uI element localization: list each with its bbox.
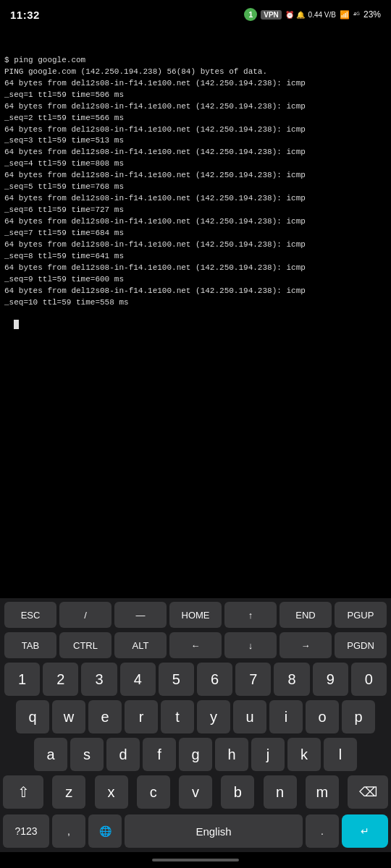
key-dash[interactable]: — (114, 602, 167, 628)
terminal-output[interactable]: $ ping google.com PING google.com (142.2… (0, 29, 391, 598)
key-period[interactable]: . (306, 814, 339, 848)
key-home[interactable]: HOME (169, 602, 222, 628)
data-speed: 0.44 V/B (308, 11, 336, 19)
nav-indicator (152, 859, 239, 861)
key-5[interactable]: 5 (159, 663, 194, 696)
key-3[interactable]: 3 (81, 663, 117, 696)
key-p[interactable]: p (342, 700, 375, 733)
key-e[interactable]: e (88, 700, 122, 733)
key-y[interactable]: y (197, 700, 230, 733)
key-j[interactable]: j (251, 738, 285, 771)
key-7[interactable]: 7 (235, 663, 271, 696)
key-comma[interactable]: , (52, 814, 85, 848)
key-d[interactable]: d (106, 738, 140, 771)
key-4[interactable]: 4 (120, 663, 156, 696)
vpn-badge: VPN (261, 10, 282, 20)
key-enter[interactable]: ↵ (342, 814, 388, 848)
key-pgup[interactable]: PGUP (335, 602, 387, 628)
key-i[interactable]: i (269, 700, 303, 733)
key-t[interactable]: t (161, 700, 194, 733)
key-v[interactable]: v (179, 775, 212, 809)
key-o[interactable]: o (306, 700, 339, 733)
key-1[interactable]: 1 (4, 663, 40, 696)
bottom-bar: ?123 , 🌐 English . ↵ (0, 812, 391, 852)
key-left[interactable]: ← (169, 632, 222, 658)
key-esc[interactable]: ESC (4, 602, 56, 628)
key-z[interactable]: z (52, 775, 85, 809)
nav-bar (0, 852, 391, 868)
key-up[interactable]: ↑ (224, 602, 277, 628)
key-6[interactable]: 6 (197, 663, 232, 696)
keyboard: ESC / — HOME ↑ END PGUP TAB CTRL ALT ← ↓… (0, 598, 391, 852)
key-h[interactable]: h (215, 738, 248, 771)
key-q[interactable]: q (16, 700, 49, 733)
key-0[interactable]: 0 (351, 663, 387, 696)
letter-row-2: a s d f g h j k l (0, 736, 391, 773)
signal-bars: 📶 (340, 10, 350, 20)
status-bar: 11:32 1 VPN ⏰ 🔔 0.44 V/B 📶 ⁴ᴳ 23% (0, 0, 391, 29)
key-n[interactable]: n (264, 775, 297, 809)
key-down[interactable]: ↓ (224, 632, 277, 658)
key-ctrl[interactable]: CTRL (59, 632, 112, 658)
battery-display: 23% (363, 9, 381, 20)
key-slash[interactable]: / (59, 602, 112, 628)
key-r[interactable]: r (125, 700, 158, 733)
key-k[interactable]: k (287, 738, 321, 771)
key-c[interactable]: c (137, 775, 170, 809)
key-alt[interactable]: ALT (114, 632, 167, 658)
key-backspace[interactable]: ⌫ (348, 775, 388, 809)
key-g[interactable]: g (179, 738, 212, 771)
key-w[interactable]: w (52, 700, 85, 733)
status-icons: 1 VPN ⏰ 🔔 0.44 V/B 📶 ⁴ᴳ 23% (244, 8, 381, 21)
key-l[interactable]: l (324, 738, 357, 771)
globe-icon: 🌐 (99, 825, 112, 837)
signal-info: ⏰ 🔔 (285, 11, 305, 19)
key-num-switch[interactable]: ?123 (3, 814, 49, 848)
lte-badge: ⁴ᴳ (353, 11, 360, 19)
key-9[interactable]: 9 (313, 663, 348, 696)
number-row: 1 2 3 4 5 6 7 8 9 0 (0, 660, 391, 698)
key-x[interactable]: x (95, 775, 128, 809)
key-end[interactable]: END (279, 602, 332, 628)
key-pgdn[interactable]: PGDN (335, 632, 387, 658)
terminal-content: $ ping google.com PING google.com (142.2… (4, 55, 387, 309)
special-row-1: ESC / — HOME ↑ END PGUP (0, 598, 391, 630)
key-m[interactable]: m (306, 775, 339, 809)
time-display: 11:32 (10, 9, 40, 21)
key-8[interactable]: 8 (274, 663, 309, 696)
key-globe[interactable]: 🌐 (88, 814, 122, 848)
key-shift[interactable]: ⇧ (3, 775, 43, 809)
key-s[interactable]: s (70, 738, 104, 771)
key-a[interactable]: a (34, 738, 67, 771)
notification-badge: 1 (244, 8, 257, 21)
key-2[interactable]: 2 (43, 663, 78, 696)
key-tab[interactable]: TAB (4, 632, 56, 658)
letter-row-1: q w e r t y u i o p (0, 698, 391, 736)
letter-row-3: ⇧ z x c v b n m ⌫ (0, 773, 391, 812)
special-row-2: TAB CTRL ALT ← ↓ → PGDN (0, 630, 391, 660)
cursor (14, 320, 19, 329)
key-b[interactable]: b (221, 775, 254, 809)
key-f[interactable]: f (143, 738, 176, 771)
key-u[interactable]: u (233, 700, 266, 733)
key-space[interactable]: English (125, 814, 303, 848)
key-right[interactable]: → (279, 632, 332, 658)
